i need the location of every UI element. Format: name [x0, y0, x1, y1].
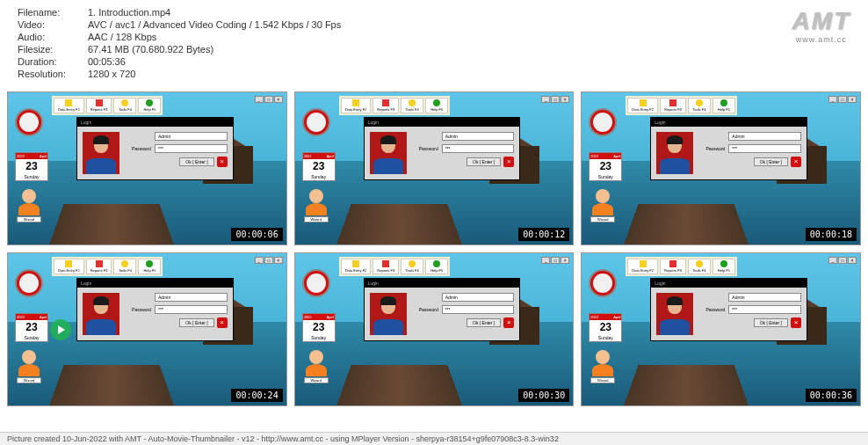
toolbar-help[interactable]: Help F5 [712, 98, 735, 113]
cancel-x-button[interactable]: × [217, 317, 228, 328]
username-input[interactable]: Admin [155, 132, 228, 141]
avatar-head [309, 350, 323, 364]
avatar-body [306, 364, 327, 376]
cancel-x-button[interactable]: × [791, 157, 801, 167]
thumbnail[interactable]: Data Entry F2 Reports F3 Tools F4 Help F… [7, 91, 287, 245]
calendar-day: 23 [303, 320, 335, 334]
close-button[interactable]: × [274, 96, 283, 103]
maximize-button[interactable]: □ [264, 96, 273, 103]
calendar-day: 23 [16, 320, 47, 334]
username-input[interactable]: Admin [728, 293, 801, 302]
thumbnail[interactable]: Data Entry F2 Reports F3 Tools F4 Help F… [7, 252, 287, 406]
avatar-body [592, 364, 613, 376]
minimize-button[interactable]: _ [541, 96, 550, 103]
close-button[interactable]: × [848, 96, 857, 103]
cancel-x-button[interactable]: × [503, 157, 514, 167]
username-input[interactable]: Admin [442, 132, 515, 141]
app-toolbar: Data Entry F2 Reports F3 Tools F4 Help F… [339, 257, 450, 276]
password-input[interactable]: *** [155, 305, 228, 314]
password-label: Password [698, 307, 725, 312]
report-icon [96, 99, 103, 106]
avatar-head [596, 350, 610, 364]
avatar-widget: Wizard [304, 350, 329, 378]
minimize-button[interactable]: _ [255, 257, 264, 264]
timestamp-badge: 00:00:24 [231, 389, 282, 402]
pencil-icon [65, 260, 72, 267]
toolbar-reports[interactable]: Reports F3 [86, 98, 112, 113]
toolbar-reports[interactable]: Reports F3 [86, 259, 112, 274]
duration-label: Duration: [18, 56, 88, 67]
ok-button[interactable]: Ok [ Enter ] [467, 318, 501, 327]
password-input[interactable]: *** [442, 305, 515, 314]
ok-button[interactable]: Ok [ Enter ] [754, 157, 788, 166]
minimize-button[interactable]: _ [541, 257, 550, 264]
password-input[interactable]: *** [728, 305, 801, 314]
close-button[interactable]: × [848, 257, 857, 264]
toolbar-tools[interactable]: Tools F4 [401, 259, 423, 274]
password-label: Password [125, 307, 151, 312]
toolbar-help[interactable]: Help F5 [425, 98, 448, 113]
minimize-button[interactable]: _ [255, 96, 264, 103]
window-controls: _ □ × [541, 96, 569, 103]
close-button[interactable]: × [561, 96, 569, 103]
timestamp-badge: 00:00:30 [518, 389, 569, 402]
toolbar-help[interactable]: Help F5 [138, 98, 161, 113]
toolbar-data-entry[interactable]: Data Entry F2 [627, 259, 658, 274]
toolbar-data-entry[interactable]: Data Entry F2 [341, 259, 372, 274]
user-photo [656, 293, 693, 335]
toolbar-help[interactable]: Help F5 [712, 259, 735, 274]
avatar-label: Wizard [17, 377, 41, 383]
cancel-x-button[interactable]: × [791, 317, 801, 328]
video-label: Video: [18, 19, 88, 30]
minimize-button[interactable]: _ [828, 96, 837, 103]
username-input[interactable]: Admin [155, 293, 228, 302]
cancel-x-button[interactable]: × [503, 317, 514, 328]
password-input[interactable]: *** [442, 144, 515, 153]
user-photo [656, 132, 693, 174]
avatar-head [596, 189, 610, 203]
maximize-button[interactable]: □ [264, 257, 273, 264]
toolbar-tools[interactable]: Tools F4 [113, 98, 136, 113]
clock-widget [302, 269, 330, 297]
maximize-button[interactable]: □ [551, 257, 560, 264]
toolbar-reports[interactable]: Reports F3 [660, 259, 686, 274]
pier [336, 364, 462, 405]
close-button[interactable]: × [274, 257, 283, 264]
toolbar-reports[interactable]: Reports F3 [373, 259, 399, 274]
toolbar-data-entry[interactable]: Data Entry F2 [54, 259, 84, 274]
ok-button[interactable]: Ok [ Enter ] [467, 157, 501, 166]
filename-label: Filename: [18, 7, 88, 18]
maximize-button[interactable]: □ [551, 96, 560, 103]
maximize-button[interactable]: □ [838, 96, 847, 103]
toolbar-help[interactable]: Help F5 [138, 259, 161, 274]
toolbar-tools[interactable]: Tools F4 [401, 98, 423, 113]
username-input[interactable]: Admin [442, 293, 515, 302]
thumbnail[interactable]: Data Entry F2 Reports F3 Tools F4 Help F… [581, 91, 861, 245]
pencil-icon [352, 99, 359, 106]
ok-button[interactable]: Ok [ Enter ] [754, 318, 788, 327]
username-input[interactable]: Admin [728, 132, 801, 141]
ok-button[interactable]: Ok [ Enter ] [179, 318, 213, 327]
calendar-widget: 2022April 23 Sunday [302, 313, 336, 342]
cancel-x-button[interactable]: × [217, 157, 228, 167]
toolbar-data-entry[interactable]: Data Entry F2 [627, 98, 658, 113]
toolbar-tools[interactable]: Tools F4 [688, 259, 711, 274]
close-button[interactable]: × [561, 257, 569, 264]
thumbnail[interactable]: Data Entry F2 Reports F3 Tools F4 Help F… [294, 252, 575, 406]
toolbar-help[interactable]: Help F5 [425, 259, 448, 274]
thumbnail[interactable]: Data Entry F2 Reports F3 Tools F4 Help F… [294, 91, 575, 245]
password-input[interactable]: *** [728, 144, 801, 153]
toolbar-tools[interactable]: Tools F4 [113, 259, 136, 274]
toolbar-reports[interactable]: Reports F3 [373, 98, 399, 113]
maximize-button[interactable]: □ [838, 257, 847, 264]
thumbnail[interactable]: Data Entry F2 Reports F3 Tools F4 Help F… [581, 252, 861, 406]
toolbar-tools[interactable]: Tools F4 [688, 98, 711, 113]
pencil-icon [65, 99, 72, 106]
video-value: AVC / avc1 / Advanced Video Coding / 1.5… [88, 19, 341, 30]
toolbar-reports[interactable]: Reports F3 [660, 98, 686, 113]
password-input[interactable]: *** [155, 144, 228, 153]
ok-button[interactable]: Ok [ Enter ] [179, 157, 213, 166]
toolbar-data-entry[interactable]: Data Entry F2 [54, 98, 84, 113]
minimize-button[interactable]: _ [828, 257, 837, 264]
toolbar-data-entry[interactable]: Data Entry F2 [341, 98, 372, 113]
